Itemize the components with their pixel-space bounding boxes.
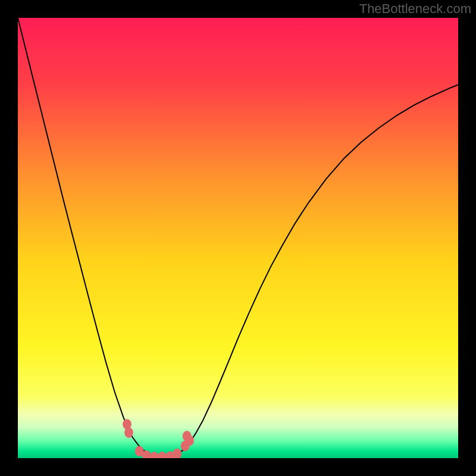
data-point-marker: [185, 436, 194, 446]
gradient-background: [18, 18, 458, 458]
plot-area: [18, 18, 458, 458]
chart-frame: TheBottleneck.com: [0, 0, 476, 476]
plot-svg: [18, 18, 458, 458]
data-point-marker: [124, 427, 133, 438]
watermark-text: TheBottleneck.com: [359, 1, 471, 17]
